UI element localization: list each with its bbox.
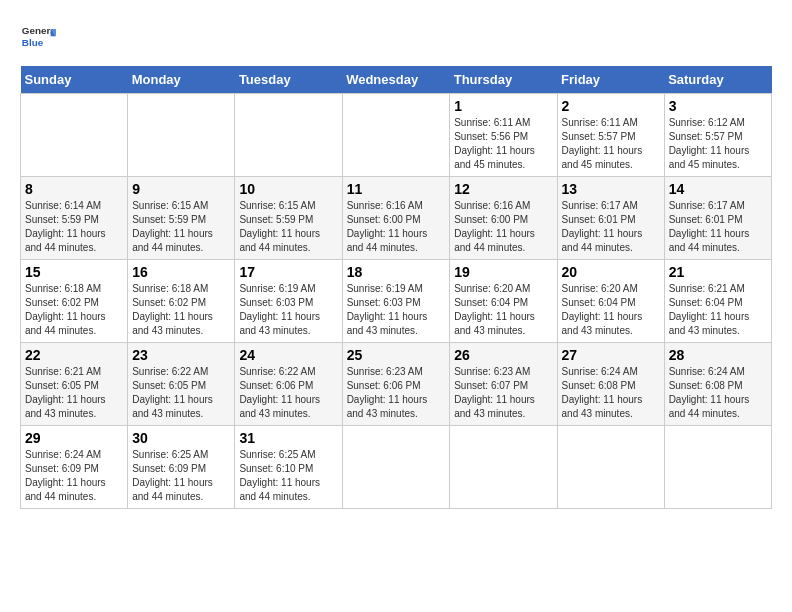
calendar-cell <box>450 426 557 509</box>
day-info: Sunrise: 6:20 AMSunset: 6:04 PMDaylight:… <box>454 283 535 336</box>
day-number: 13 <box>562 181 660 197</box>
day-number: 25 <box>347 347 446 363</box>
calendar-cell: 23Sunrise: 6:22 AMSunset: 6:05 PMDayligh… <box>128 343 235 426</box>
calendar-cell: 21Sunrise: 6:21 AMSunset: 6:04 PMDayligh… <box>664 260 771 343</box>
day-header-tuesday: Tuesday <box>235 66 342 94</box>
day-info: Sunrise: 6:16 AMSunset: 6:00 PMDaylight:… <box>347 200 428 253</box>
day-number: 31 <box>239 430 337 446</box>
calendar-header-row: SundayMondayTuesdayWednesdayThursdayFrid… <box>21 66 772 94</box>
day-info: Sunrise: 6:25 AMSunset: 6:10 PMDaylight:… <box>239 449 320 502</box>
day-info: Sunrise: 6:16 AMSunset: 6:00 PMDaylight:… <box>454 200 535 253</box>
day-header-sunday: Sunday <box>21 66 128 94</box>
day-number: 8 <box>25 181 123 197</box>
day-number: 21 <box>669 264 767 280</box>
day-info: Sunrise: 6:21 AMSunset: 6:05 PMDaylight:… <box>25 366 106 419</box>
day-number: 15 <box>25 264 123 280</box>
calendar-cell: 11Sunrise: 6:16 AMSunset: 6:00 PMDayligh… <box>342 177 450 260</box>
day-header-thursday: Thursday <box>450 66 557 94</box>
day-number: 28 <box>669 347 767 363</box>
day-info: Sunrise: 6:12 AMSunset: 5:57 PMDaylight:… <box>669 117 750 170</box>
day-info: Sunrise: 6:11 AMSunset: 5:56 PMDaylight:… <box>454 117 535 170</box>
day-number: 14 <box>669 181 767 197</box>
calendar-cell: 18Sunrise: 6:19 AMSunset: 6:03 PMDayligh… <box>342 260 450 343</box>
day-info: Sunrise: 6:23 AMSunset: 6:06 PMDaylight:… <box>347 366 428 419</box>
day-number: 24 <box>239 347 337 363</box>
calendar-cell: 28Sunrise: 6:24 AMSunset: 6:08 PMDayligh… <box>664 343 771 426</box>
calendar-week-5: 29Sunrise: 6:24 AMSunset: 6:09 PMDayligh… <box>21 426 772 509</box>
day-info: Sunrise: 6:22 AMSunset: 6:06 PMDaylight:… <box>239 366 320 419</box>
day-info: Sunrise: 6:14 AMSunset: 5:59 PMDaylight:… <box>25 200 106 253</box>
calendar-cell: 31Sunrise: 6:25 AMSunset: 6:10 PMDayligh… <box>235 426 342 509</box>
day-info: Sunrise: 6:24 AMSunset: 6:08 PMDaylight:… <box>669 366 750 419</box>
day-info: Sunrise: 6:19 AMSunset: 6:03 PMDaylight:… <box>347 283 428 336</box>
calendar-cell <box>664 426 771 509</box>
calendar-cell: 27Sunrise: 6:24 AMSunset: 6:08 PMDayligh… <box>557 343 664 426</box>
day-info: Sunrise: 6:18 AMSunset: 6:02 PMDaylight:… <box>25 283 106 336</box>
calendar-cell: 17Sunrise: 6:19 AMSunset: 6:03 PMDayligh… <box>235 260 342 343</box>
day-number: 26 <box>454 347 552 363</box>
calendar-table: SundayMondayTuesdayWednesdayThursdayFrid… <box>20 66 772 509</box>
day-info: Sunrise: 6:23 AMSunset: 6:07 PMDaylight:… <box>454 366 535 419</box>
calendar-cell: 29Sunrise: 6:24 AMSunset: 6:09 PMDayligh… <box>21 426 128 509</box>
day-info: Sunrise: 6:24 AMSunset: 6:09 PMDaylight:… <box>25 449 106 502</box>
calendar-week-2: 8Sunrise: 6:14 AMSunset: 5:59 PMDaylight… <box>21 177 772 260</box>
day-header-wednesday: Wednesday <box>342 66 450 94</box>
calendar-week-1: 1Sunrise: 6:11 AMSunset: 5:56 PMDaylight… <box>21 94 772 177</box>
day-info: Sunrise: 6:18 AMSunset: 6:02 PMDaylight:… <box>132 283 213 336</box>
calendar-cell: 8Sunrise: 6:14 AMSunset: 5:59 PMDaylight… <box>21 177 128 260</box>
day-number: 2 <box>562 98 660 114</box>
day-header-friday: Friday <box>557 66 664 94</box>
day-header-monday: Monday <box>128 66 235 94</box>
calendar-week-4: 22Sunrise: 6:21 AMSunset: 6:05 PMDayligh… <box>21 343 772 426</box>
calendar-cell: 3Sunrise: 6:12 AMSunset: 5:57 PMDaylight… <box>664 94 771 177</box>
day-info: Sunrise: 6:15 AMSunset: 5:59 PMDaylight:… <box>239 200 320 253</box>
calendar-cell <box>342 426 450 509</box>
day-number: 16 <box>132 264 230 280</box>
calendar-week-3: 15Sunrise: 6:18 AMSunset: 6:02 PMDayligh… <box>21 260 772 343</box>
day-info: Sunrise: 6:17 AMSunset: 6:01 PMDaylight:… <box>562 200 643 253</box>
day-number: 18 <box>347 264 446 280</box>
day-info: Sunrise: 6:17 AMSunset: 6:01 PMDaylight:… <box>669 200 750 253</box>
calendar-cell <box>557 426 664 509</box>
calendar-cell: 24Sunrise: 6:22 AMSunset: 6:06 PMDayligh… <box>235 343 342 426</box>
day-info: Sunrise: 6:22 AMSunset: 6:05 PMDaylight:… <box>132 366 213 419</box>
svg-text:Blue: Blue <box>22 37 44 48</box>
day-number: 3 <box>669 98 767 114</box>
logo-icon: General Blue <box>20 20 56 56</box>
calendar-cell: 13Sunrise: 6:17 AMSunset: 6:01 PMDayligh… <box>557 177 664 260</box>
calendar-cell: 12Sunrise: 6:16 AMSunset: 6:00 PMDayligh… <box>450 177 557 260</box>
calendar-cell: 16Sunrise: 6:18 AMSunset: 6:02 PMDayligh… <box>128 260 235 343</box>
calendar-cell: 9Sunrise: 6:15 AMSunset: 5:59 PMDaylight… <box>128 177 235 260</box>
calendar-cell <box>235 94 342 177</box>
calendar-cell: 20Sunrise: 6:20 AMSunset: 6:04 PMDayligh… <box>557 260 664 343</box>
day-number: 23 <box>132 347 230 363</box>
calendar-cell: 2Sunrise: 6:11 AMSunset: 5:57 PMDaylight… <box>557 94 664 177</box>
day-number: 17 <box>239 264 337 280</box>
page-header: General Blue <box>20 20 772 56</box>
day-info: Sunrise: 6:19 AMSunset: 6:03 PMDaylight:… <box>239 283 320 336</box>
day-number: 1 <box>454 98 552 114</box>
day-number: 22 <box>25 347 123 363</box>
calendar-cell <box>128 94 235 177</box>
day-number: 30 <box>132 430 230 446</box>
day-info: Sunrise: 6:21 AMSunset: 6:04 PMDaylight:… <box>669 283 750 336</box>
day-number: 10 <box>239 181 337 197</box>
day-number: 20 <box>562 264 660 280</box>
day-number: 27 <box>562 347 660 363</box>
day-info: Sunrise: 6:11 AMSunset: 5:57 PMDaylight:… <box>562 117 643 170</box>
logo: General Blue <box>20 20 56 56</box>
calendar-cell: 22Sunrise: 6:21 AMSunset: 6:05 PMDayligh… <box>21 343 128 426</box>
day-info: Sunrise: 6:15 AMSunset: 5:59 PMDaylight:… <box>132 200 213 253</box>
calendar-cell <box>21 94 128 177</box>
calendar-cell <box>342 94 450 177</box>
calendar-cell: 25Sunrise: 6:23 AMSunset: 6:06 PMDayligh… <box>342 343 450 426</box>
day-number: 29 <box>25 430 123 446</box>
day-number: 9 <box>132 181 230 197</box>
day-header-saturday: Saturday <box>664 66 771 94</box>
calendar-cell: 30Sunrise: 6:25 AMSunset: 6:09 PMDayligh… <box>128 426 235 509</box>
calendar-cell: 1Sunrise: 6:11 AMSunset: 5:56 PMDaylight… <box>450 94 557 177</box>
day-info: Sunrise: 6:25 AMSunset: 6:09 PMDaylight:… <box>132 449 213 502</box>
calendar-cell: 19Sunrise: 6:20 AMSunset: 6:04 PMDayligh… <box>450 260 557 343</box>
day-number: 11 <box>347 181 446 197</box>
day-info: Sunrise: 6:20 AMSunset: 6:04 PMDaylight:… <box>562 283 643 336</box>
